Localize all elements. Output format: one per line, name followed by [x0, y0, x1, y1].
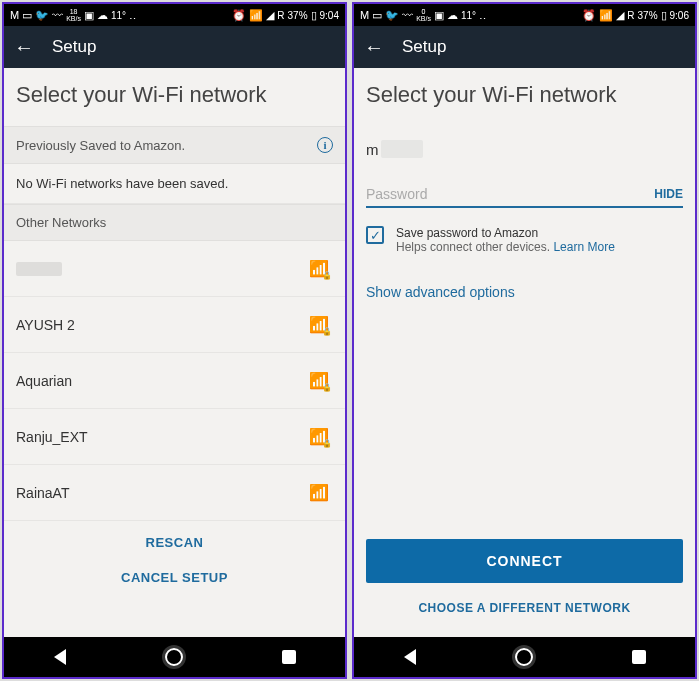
- network-name: Ranju_EXT: [16, 429, 88, 445]
- page-title: Select your Wi-Fi network: [354, 68, 695, 126]
- battery-pct: 37%: [638, 10, 658, 21]
- roaming-indicator: R: [277, 10, 284, 21]
- network-prefix: m: [366, 141, 379, 158]
- other-networks-header: Other Networks: [4, 204, 345, 241]
- network-name: RainaAT: [16, 485, 69, 501]
- info-icon[interactable]: i: [317, 137, 333, 153]
- cloud-icon: ☁: [447, 9, 458, 22]
- content-area: Select your Wi-Fi network m Password HID…: [354, 68, 695, 637]
- save-password-text: Save password to Amazon Helps connect ot…: [396, 226, 615, 254]
- other-header-label: Other Networks: [16, 215, 106, 230]
- network-row[interactable]: RainaAT 📶: [4, 465, 345, 521]
- network-row[interactable]: AYUSH 2 📶🔒: [4, 297, 345, 353]
- battery-icon: ▯: [311, 9, 317, 22]
- alarm-icon: ⏰: [582, 9, 596, 22]
- app-bar: ← Setup: [4, 26, 345, 68]
- signal-icon: ◢: [266, 9, 274, 22]
- password-placeholder: Password: [366, 186, 427, 202]
- lock-icon: 🔒: [322, 327, 332, 336]
- twitter-icon: 🐦: [385, 9, 399, 22]
- redacted-network-name: [381, 140, 423, 158]
- connect-button[interactable]: CONNECT: [366, 539, 683, 583]
- battery-pct: 37%: [288, 10, 308, 21]
- clock: 9:06: [670, 10, 689, 21]
- network-row[interactable]: 📶🔒: [4, 241, 345, 297]
- choose-different-network-button[interactable]: CHOOSE A DIFFERENT NETWORK: [366, 583, 683, 621]
- mustache-icon: 〰: [402, 9, 413, 21]
- checkbox-checked-icon[interactable]: ✓: [366, 226, 384, 244]
- image-icon: ▣: [434, 9, 444, 22]
- redacted-network-name: [16, 262, 62, 276]
- learn-more-link[interactable]: Learn More: [553, 240, 614, 254]
- temperature: 11°: [111, 10, 126, 21]
- temperature: 11°: [461, 10, 476, 21]
- gmail-icon: M: [360, 9, 369, 21]
- wifi-icon: 📶🔒: [309, 315, 329, 334]
- battery-icon: ▯: [661, 9, 667, 22]
- nav-recents-icon[interactable]: [282, 650, 296, 664]
- phone-screen-1: M ▭ 🐦 〰 18KB/s ▣ ☁ 11° ‥ ⏰ 📶 ◢ R 37% ▯ 9…: [2, 2, 347, 679]
- cloud-icon: ☁: [97, 9, 108, 22]
- status-bar: M ▭ 🐦 〰 0KB/s ▣ ☁ 11° ‥ ⏰ 📶 ◢ R 37% ▯ 9:…: [354, 4, 695, 26]
- hide-toggle[interactable]: HIDE: [654, 187, 683, 201]
- page-title: Select your Wi-Fi network: [4, 68, 345, 126]
- phone-screen-2: M ▭ 🐦 〰 0KB/s ▣ ☁ 11° ‥ ⏰ 📶 ◢ R 37% ▯ 9:…: [352, 2, 697, 679]
- wifi-icon: 📶🔒: [309, 259, 329, 278]
- back-icon[interactable]: ←: [14, 36, 34, 59]
- app-bar-title: Setup: [402, 37, 446, 57]
- content-area: Select your Wi-Fi network Previously Sav…: [4, 68, 345, 637]
- status-bar: M ▭ 🐦 〰 18KB/s ▣ ☁ 11° ‥ ⏰ 📶 ◢ R 37% ▯ 9…: [4, 4, 345, 26]
- image-icon: ▣: [84, 9, 94, 22]
- app-bar: ← Setup: [354, 26, 695, 68]
- alarm-icon: ⏰: [232, 9, 246, 22]
- network-row[interactable]: Aquarian 📶🔒: [4, 353, 345, 409]
- wifi-icon: 📶: [309, 483, 329, 502]
- saved-section-header: Previously Saved to Amazon. i: [4, 126, 345, 164]
- wifi-icon: 📶🔒: [309, 371, 329, 390]
- lock-icon: 🔒: [322, 439, 332, 448]
- nav-bar: [4, 637, 345, 677]
- roaming-indicator: R: [627, 10, 634, 21]
- network-speed: 0KB/s: [416, 8, 431, 22]
- rescan-button[interactable]: RESCAN: [4, 521, 345, 564]
- wifi-status-icon: 📶: [249, 9, 263, 22]
- cancel-setup-button[interactable]: CANCEL SETUP: [4, 564, 345, 599]
- no-saved-message: No Wi-Fi networks have been saved.: [4, 164, 345, 204]
- more-icon: ‥: [129, 9, 136, 22]
- saved-header-label: Previously Saved to Amazon.: [16, 138, 185, 153]
- nav-home-icon[interactable]: [165, 648, 183, 666]
- save-password-sub: Helps connect other devices.: [396, 240, 550, 254]
- lock-icon: 🔒: [322, 271, 332, 280]
- lock-icon: 🔒: [322, 383, 332, 392]
- clock: 9:04: [320, 10, 339, 21]
- nav-home-icon[interactable]: [515, 648, 533, 666]
- network-speed: 18KB/s: [66, 8, 81, 22]
- twitter-icon: 🐦: [35, 9, 49, 22]
- network-name: AYUSH 2: [16, 317, 75, 333]
- messages-icon: ▭: [22, 9, 32, 22]
- save-password-row[interactable]: ✓ Save password to Amazon Helps connect …: [354, 208, 695, 254]
- back-icon[interactable]: ←: [364, 36, 384, 59]
- selected-network: m: [354, 126, 695, 166]
- wifi-icon: 📶🔒: [309, 427, 329, 446]
- bottom-actions: CONNECT CHOOSE A DIFFERENT NETWORK: [354, 539, 695, 637]
- signal-icon: ◢: [616, 9, 624, 22]
- save-password-label: Save password to Amazon: [396, 226, 615, 240]
- wifi-status-icon: 📶: [599, 9, 613, 22]
- network-name: Aquarian: [16, 373, 72, 389]
- password-field[interactable]: Password HIDE: [366, 186, 683, 208]
- nav-back-icon[interactable]: [404, 649, 416, 665]
- app-bar-title: Setup: [52, 37, 96, 57]
- messages-icon: ▭: [372, 9, 382, 22]
- gmail-icon: M: [10, 9, 19, 21]
- nav-back-icon[interactable]: [54, 649, 66, 665]
- nav-bar: [354, 637, 695, 677]
- network-row[interactable]: Ranju_EXT 📶🔒: [4, 409, 345, 465]
- more-icon: ‥: [479, 9, 486, 22]
- mustache-icon: 〰: [52, 9, 63, 21]
- nav-recents-icon[interactable]: [632, 650, 646, 664]
- advanced-options-link[interactable]: Show advanced options: [354, 254, 695, 300]
